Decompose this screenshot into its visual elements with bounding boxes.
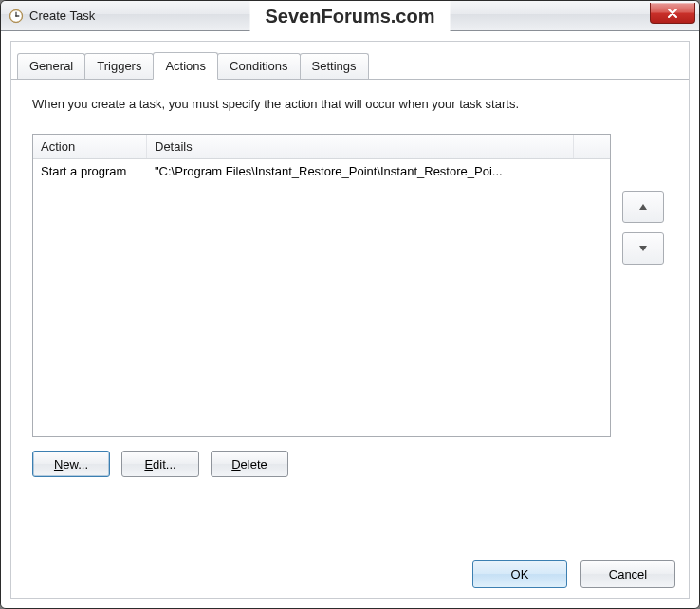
svg-point-4 [15,15,17,17]
new-button[interactable]: New... [32,451,110,477]
window-title: Create Task [29,9,95,23]
tab-settings[interactable]: Settings [300,53,369,79]
new-button-label-tail: ew... [63,457,88,471]
edit-button[interactable]: Edit... [121,451,199,477]
action-buttons-row: New... Edit... Delete [32,451,668,477]
cell-details: "C:\Program Files\Instant_Restore_Point\… [147,164,610,178]
actions-list-wrap: Action Details Start a program "C:\Progr… [32,134,611,437]
titlebar: Create Task SevenForums.com [1,1,699,31]
tab-general[interactable]: General [17,53,85,79]
tab-triggers[interactable]: Triggers [84,53,154,79]
ok-button[interactable]: OK [472,560,567,588]
move-up-button[interactable] [622,191,664,223]
close-button[interactable] [650,3,695,24]
list-item[interactable]: Start a program "C:\Program Files\Instan… [33,159,610,182]
reorder-buttons [622,191,664,265]
column-header-spacer [574,135,610,158]
move-down-button[interactable] [622,232,664,265]
listview-header: Action Details [33,135,610,159]
cell-action: Start a program [33,164,147,178]
delete-button[interactable]: Delete [211,451,288,477]
tab-body-actions: When you create a task, you must specify… [11,80,689,598]
actions-listview[interactable]: Action Details Start a program "C:\Progr… [32,134,611,437]
column-header-action[interactable]: Action [33,135,147,158]
tab-conditions[interactable]: Conditions [217,53,300,79]
client-area: General Triggers Actions Conditions Sett… [1,31,699,608]
intro-text: When you create a task, you must specify… [32,97,668,111]
create-task-dialog: Create Task SevenForums.com General Trig… [0,0,700,609]
column-header-details[interactable]: Details [147,135,574,158]
tab-strip: General Triggers Actions Conditions Sett… [17,50,369,79]
dialog-footer: OK Cancel [472,560,675,588]
cancel-button[interactable]: Cancel [580,560,675,588]
property-sheet: General Triggers Actions Conditions Sett… [10,41,690,599]
task-scheduler-icon [9,9,24,24]
tab-actions[interactable]: Actions [153,52,218,80]
watermark-text: SevenForums.com [250,1,451,31]
